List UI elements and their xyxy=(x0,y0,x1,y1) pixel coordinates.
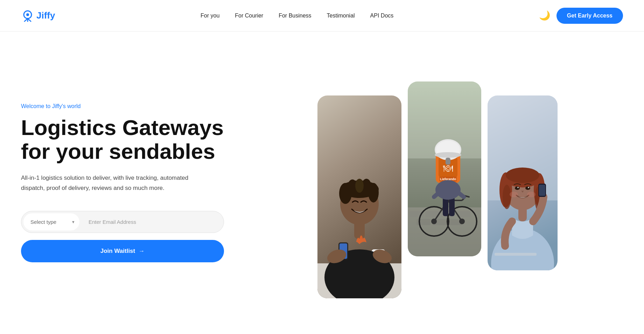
svg-rect-72 xyxy=(539,185,545,196)
svg-point-70 xyxy=(527,192,536,197)
hero-image-card-2: 🍽 Lieferando xyxy=(408,81,481,256)
navbar: Jiffy For you For Courier For Business T… xyxy=(0,0,644,31)
hero-images: 🍽 Lieferando xyxy=(252,67,623,298)
svg-point-68 xyxy=(528,187,529,188)
join-waitlist-button[interactable]: Join Waitlist → xyxy=(21,240,224,262)
type-select[interactable]: Select type Individual Business Courier xyxy=(23,213,79,230)
hero-input-group: Select type Individual Business Courier … xyxy=(21,211,224,233)
svg-rect-41 xyxy=(449,197,455,216)
svg-rect-73 xyxy=(495,253,537,256)
hero-title: Logistics Gateways for your sendables xyxy=(21,116,238,163)
nav-link-testimonial[interactable]: Testimonial xyxy=(327,13,355,19)
svg-point-65 xyxy=(515,186,520,190)
theme-toggle-icon[interactable]: 🌙 xyxy=(539,10,550,21)
svg-rect-53 xyxy=(446,158,450,165)
nav-links: For you For Courier For Business Testimo… xyxy=(201,13,393,19)
get-early-access-button[interactable]: Get Early Access xyxy=(556,8,623,24)
hero-image-person-1 xyxy=(317,95,401,298)
type-select-wrapper: Select type Individual Business Courier … xyxy=(23,213,79,230)
svg-point-66 xyxy=(525,186,530,190)
arrow-icon: → xyxy=(139,248,145,255)
email-input[interactable] xyxy=(83,213,222,230)
nav-right: 🌙 Get Early Access xyxy=(539,8,623,24)
hero-welcome-text: Welcome to Jiffy's world xyxy=(21,103,238,109)
svg-point-62 xyxy=(506,168,539,183)
logo-icon xyxy=(21,9,34,22)
logo-text: Jiffy xyxy=(36,10,55,21)
svg-rect-25 xyxy=(416,219,430,225)
hero-image-card-1 xyxy=(317,95,401,298)
svg-point-1 xyxy=(26,13,29,16)
nav-link-for-courier[interactable]: For Courier xyxy=(235,13,263,19)
svg-point-14 xyxy=(355,179,364,193)
nav-link-for-business[interactable]: For Business xyxy=(279,13,311,19)
hero-image-woman xyxy=(488,95,558,270)
join-waitlist-label: Join Waitlist xyxy=(100,248,135,255)
logo[interactable]: Jiffy xyxy=(21,9,55,22)
hero-content: Welcome to Jiffy's world Logistics Gatew… xyxy=(21,103,252,262)
nav-link-for-you[interactable]: For you xyxy=(201,13,219,19)
nav-link-api-docs[interactable]: API Docs xyxy=(370,13,394,19)
svg-rect-40 xyxy=(443,197,448,216)
svg-point-63 xyxy=(503,185,511,209)
hero-section: Welcome to Jiffy's world Logistics Gatew… xyxy=(0,31,644,334)
hero-form: Select type Individual Business Courier … xyxy=(21,211,224,262)
hero-description: All-in-1 logistics solution to deliver, … xyxy=(21,173,189,193)
hero-image-courier: 🍽 Lieferando xyxy=(408,81,481,256)
svg-point-52 xyxy=(435,152,461,158)
hero-image-card-3 xyxy=(488,95,558,270)
svg-point-69 xyxy=(510,192,518,197)
svg-point-67 xyxy=(517,187,519,188)
